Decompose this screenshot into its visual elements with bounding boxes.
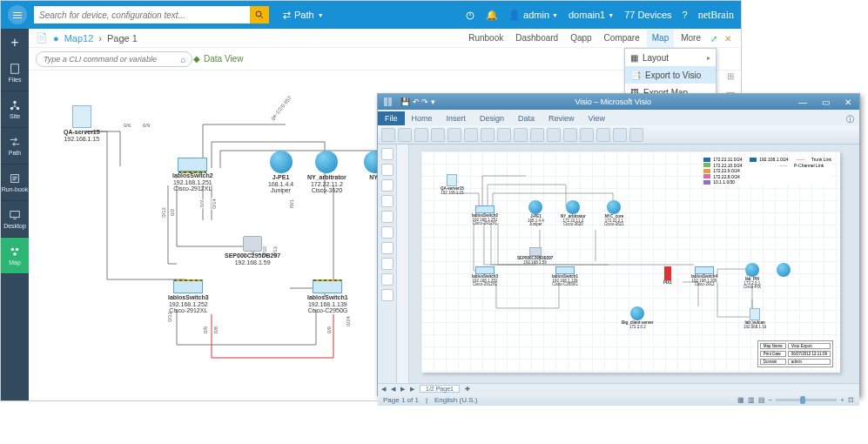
visio-title: Visio – Microsoft Visio bbox=[435, 98, 791, 106]
app-root: ⇄ Path ▼ 🔔 👤 admin ▼ domain1 ▼ 77 Device… bbox=[0, 0, 742, 401]
visio-legend: 172.22.11.0/24 192.108.1.0/24 —— Trunk L… bbox=[703, 157, 831, 185]
user-menu[interactable]: 👤 admin ▼ bbox=[508, 10, 558, 21]
visio-app-icon bbox=[378, 98, 397, 106]
node-sep[interactable]: SEP000C295DB297 192.168.1.59 bbox=[225, 236, 280, 266]
topbar: ⇄ Path ▼ 🔔 👤 admin ▼ domain1 ▼ 77 Device… bbox=[1, 1, 741, 29]
svg-line-1 bbox=[261, 17, 264, 19]
doc-icon: 📄 bbox=[36, 32, 48, 44]
svg-point-0 bbox=[256, 11, 261, 17]
chevron-down-icon: ▼ bbox=[318, 12, 324, 18]
dropdown-layout[interactable]: ▦Layout▸ bbox=[625, 49, 716, 66]
bell-icon[interactable]: 🔔 bbox=[486, 10, 498, 21]
search-icon[interactable]: ⌕ bbox=[180, 54, 186, 64]
visio-shapes-panel[interactable] bbox=[378, 145, 397, 383]
svg-point-10 bbox=[11, 248, 15, 252]
stopwatch-icon[interactable] bbox=[465, 10, 475, 20]
ribbon-help-icon[interactable]: ⓘ bbox=[841, 114, 859, 125]
svg-rect-9 bbox=[10, 212, 20, 218]
sidebar-item-files[interactable]: Files bbox=[1, 55, 29, 91]
brand-logo: netBrain bbox=[698, 9, 734, 22]
node-ny-arb[interactable]: NY_arbitrator 172.22.11.2 Cisco-3620 bbox=[307, 151, 347, 194]
minimize-button[interactable]: — bbox=[791, 95, 814, 109]
main-menu-button[interactable] bbox=[8, 5, 27, 24]
sidebar-item-desktop[interactable]: Desktop bbox=[1, 201, 29, 238]
sidebar-item-site[interactable]: Site bbox=[1, 91, 29, 128]
sidebar-item-path[interactable]: Path bbox=[1, 128, 29, 165]
zoom-out-icon[interactable]: − bbox=[769, 396, 773, 404]
data-view-icon: ◆ bbox=[193, 54, 200, 64]
svg-point-5 bbox=[13, 101, 17, 104]
tab-dashboard[interactable]: Dashboard bbox=[510, 30, 563, 47]
ribbon-review[interactable]: Review bbox=[542, 111, 582, 125]
path-button[interactable]: ⇄ Path ▼ bbox=[283, 10, 324, 21]
node-switch3[interactable]: lablosSwitch3 192.168.1.252 Cisco-2912XL bbox=[168, 279, 209, 314]
tool-button[interactable] bbox=[381, 128, 395, 142]
ribbon-view[interactable]: View bbox=[582, 111, 612, 125]
domain-menu[interactable]: domain1 ▼ bbox=[569, 10, 614, 20]
visio-status-bar: Page 1 of 1 | English (U.S.) ▦ ▥ ▤ − + ⊡ bbox=[378, 394, 859, 406]
quick-access[interactable]: 💾 ↶ ↷ ▾ bbox=[400, 98, 435, 106]
sidebar-item-runbook[interactable]: Run-book bbox=[1, 165, 29, 201]
cli-input[interactable] bbox=[36, 51, 192, 67]
visio-titlebar[interactable]: 💾 ↶ ↷ ▾ Visio – Microsoft Visio — ▭ ✕ bbox=[378, 94, 859, 110]
zoom-slider[interactable] bbox=[776, 399, 837, 401]
svg-rect-4 bbox=[11, 64, 19, 74]
maximize-button[interactable]: ▭ bbox=[814, 95, 837, 109]
ribbon-insert[interactable]: Insert bbox=[440, 111, 474, 125]
tab-map[interactable]: Map bbox=[647, 30, 674, 47]
visio-canvas[interactable]: 172.22.11.0/24 192.108.1.0/24 —— Trunk L… bbox=[409, 145, 859, 383]
search-button[interactable] bbox=[250, 6, 269, 24]
visio-ribbon: File Home Insert Design Data Review View… bbox=[378, 110, 859, 125]
tab-compare[interactable]: Compare bbox=[599, 30, 645, 47]
visio-window[interactable]: 💾 ↶ ↷ ▾ Visio – Microsoft Visio — ▭ ✕ Fi… bbox=[377, 93, 860, 396]
node-switch2[interactable]: lablosSwitch2 192.168.1.251 Cisco-2912XL bbox=[172, 158, 213, 192]
visio-info-table: Map NameVisio Export Print Date06/07/201… bbox=[757, 340, 833, 367]
user-label: admin bbox=[523, 10, 549, 20]
svg-point-12 bbox=[13, 252, 17, 256]
help-icon[interactable]: ? bbox=[683, 10, 688, 20]
context-tabs: Runbook Dashboard Qapp Compare Map More … bbox=[463, 29, 734, 48]
node-switch1[interactable]: lablosSwitch1 192.168.1.139 Cisco-C2950G bbox=[307, 279, 348, 314]
ribbon-home[interactable]: Home bbox=[405, 111, 440, 125]
close-icon[interactable]: ✕ bbox=[722, 34, 734, 44]
breadcrumb-page: Page 1 bbox=[107, 33, 138, 44]
node-jpe1[interactable]: J-PE1 168.1.4.4 Juniper bbox=[268, 151, 293, 194]
search-input[interactable] bbox=[34, 6, 250, 24]
ribbon-data[interactable]: Data bbox=[511, 111, 542, 125]
ribbon-design[interactable]: Design bbox=[473, 111, 511, 125]
expand-icon[interactable]: ⤢ bbox=[708, 34, 720, 44]
path-label: Path bbox=[294, 10, 314, 20]
visio-ruler bbox=[397, 145, 409, 383]
user-icon: 👤 bbox=[508, 10, 521, 21]
node-qa-server[interactable]: QA-server15 192.168.1.15 bbox=[64, 105, 100, 142]
zoom-in-icon[interactable]: + bbox=[840, 396, 844, 404]
global-search bbox=[34, 6, 269, 24]
fit-icon[interactable]: ⊡ bbox=[848, 396, 854, 404]
visio-page-bar[interactable]: ◀◀▶▶ 1/2 Page1 ✚ bbox=[378, 383, 859, 394]
close-button[interactable]: ✕ bbox=[837, 95, 859, 109]
domain-label: domain1 bbox=[569, 10, 605, 20]
tab-more[interactable]: More bbox=[676, 30, 706, 47]
sidebar-add[interactable]: + bbox=[1, 30, 29, 55]
breadcrumb-map[interactable]: Map12 bbox=[64, 33, 94, 44]
path-icon: ⇄ bbox=[283, 10, 291, 21]
view-mode-icon[interactable]: ▦ bbox=[737, 396, 744, 404]
visio-toolbar bbox=[378, 125, 859, 145]
sidebar-item-map[interactable]: Map bbox=[1, 238, 29, 274]
ribbon-file[interactable]: File bbox=[378, 111, 405, 125]
devices-count[interactable]: 77 Devices bbox=[624, 10, 671, 20]
tab-runbook[interactable]: Runbook bbox=[463, 30, 508, 47]
tab-qapp[interactable]: Qapp bbox=[565, 30, 596, 47]
dropdown-export-visio[interactable]: 📑Export to Visio bbox=[625, 66, 716, 84]
visio-page[interactable]: 172.22.11.0/24 192.108.1.0/24 —— Trunk L… bbox=[421, 151, 840, 373]
data-view-button[interactable]: ◆ Data View bbox=[193, 54, 243, 64]
svg-point-11 bbox=[16, 248, 19, 252]
left-sidebar: + Files Site Path Run-book Desktop Map bbox=[1, 29, 29, 400]
